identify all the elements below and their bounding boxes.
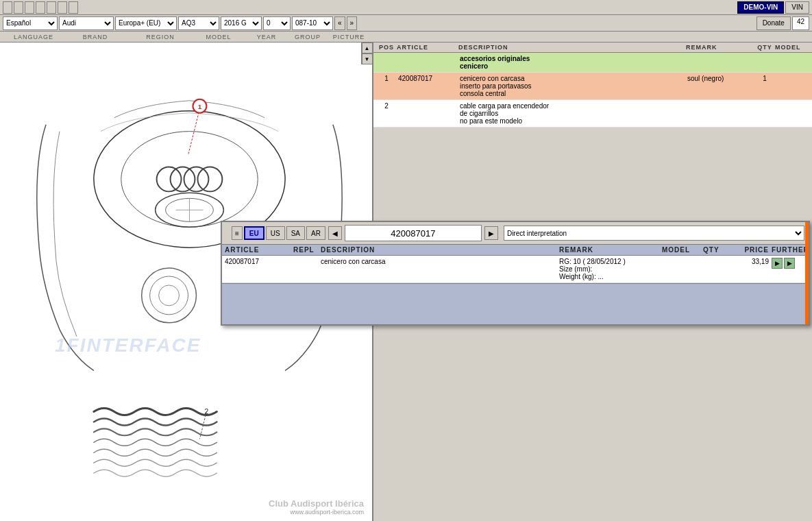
- popup-interpretation-dropdown[interactable]: Direct interpretation: [504, 226, 804, 241]
- brand-select[interactable]: Audi: [59, 16, 114, 30]
- popup-header-further: FURTHER: [772, 246, 806, 254]
- row1-model: [775, 74, 809, 75]
- row1-desc: cenicero con carcasa inserto para portav…: [458, 74, 686, 98]
- year-select[interactable]: 2016 G: [221, 16, 262, 30]
- popup-header: ≡ EU US SA AR ◀ ▶ Direct interpretation: [222, 222, 809, 245]
- popup-row1-price: 33,19: [730, 258, 772, 265]
- interpretation-select[interactable]: Direct interpretation: [504, 226, 804, 241]
- cat-remark: [686, 54, 754, 56]
- popup-region-ar[interactable]: AR: [306, 226, 325, 240]
- header-qty: QTY: [754, 44, 775, 51]
- row1-pos: 1: [376, 74, 397, 83]
- row2-remark: [686, 101, 754, 103]
- scroll-up-button[interactable]: ▲: [362, 43, 373, 53]
- parts-category-row[interactable]: accesorios originales cenicero: [373, 53, 812, 73]
- year-label: YEAR: [243, 34, 291, 40]
- row1-qty: 1: [754, 74, 775, 83]
- popup-row1-desc: cenicero con carcasa: [321, 258, 559, 265]
- popup-header-model: MODEL: [662, 246, 703, 254]
- row2-article: [397, 101, 458, 103]
- svg-text:1: 1: [198, 103, 202, 110]
- popup-region-us[interactable]: US: [266, 226, 285, 240]
- popup-table-header: ARTICLE REPL DESCRIPTION REMARK MODEL QT…: [222, 245, 809, 256]
- nav-next-button[interactable]: »: [347, 16, 358, 30]
- toolbar-btn-4[interactable]: [36, 1, 45, 14]
- header-article: ARTICLE: [397, 44, 458, 51]
- popup-row1-further: ▶ ▶: [772, 258, 806, 269]
- donate-button[interactable]: Donate: [756, 16, 791, 30]
- logo-sub: www.audisport-iberica.com: [269, 509, 364, 516]
- popup-row1-remark: RG: 10 ( 28/05/2012 ) Size (mm): Weight …: [559, 258, 662, 280]
- toolbar-btn-5[interactable]: [47, 1, 56, 14]
- header-description: DESCRIPTION: [458, 44, 686, 51]
- popup-prev-button[interactable]: ◀: [328, 226, 342, 240]
- scroll-down-button[interactable]: ▼: [362, 53, 373, 64]
- toolbar-btn-7[interactable]: [69, 1, 78, 14]
- language-select[interactable]: Español: [3, 16, 58, 30]
- row1-article: 420087017: [397, 74, 458, 83]
- group-select[interactable]: 0: [263, 16, 291, 30]
- logo-area: Club Audisport Ibérica www.audisport-ibe…: [269, 498, 364, 516]
- toolbar-btn-1[interactable]: [3, 1, 12, 14]
- model-select[interactable]: AQ3: [178, 16, 219, 30]
- nav-prev-button[interactable]: «: [334, 16, 345, 30]
- header-pos: POS: [376, 44, 397, 51]
- cat-qty: [754, 54, 775, 56]
- popup-article-input[interactable]: [345, 225, 482, 241]
- popup-region-eu[interactable]: EU: [244, 226, 264, 240]
- popup-header-price: PRICE: [730, 246, 772, 254]
- group-label: GROUP: [291, 34, 325, 40]
- count-display: 42: [792, 16, 809, 30]
- popup-region-sa[interactable]: SA: [286, 226, 305, 240]
- popup-header-repl: REPL: [293, 246, 321, 254]
- cat-desc: accesorios originales cenicero: [458, 54, 686, 71]
- popup-panel: ≡ EU US SA AR ◀ ▶ Direct interpretation …: [221, 221, 810, 326]
- popup-header-qty: QTY: [703, 246, 730, 254]
- model-label: MODEL: [195, 34, 243, 40]
- popup-region-buttons: ≡ EU US SA AR: [232, 226, 325, 240]
- row2-qty: [754, 101, 775, 103]
- parts-row-2[interactable]: 2 cable carga para encendedor de cigarri…: [373, 100, 812, 128]
- cat-pos: [376, 54, 397, 56]
- popup-bottom-area: [222, 283, 809, 324]
- diagram-scrollbar[interactable]: ▲ ▼: [361, 43, 372, 64]
- region-select[interactable]: Europa+ (EU): [115, 16, 177, 30]
- picture-select[interactable]: 087-10: [292, 16, 333, 30]
- picture-label: PICTURE: [325, 34, 373, 40]
- popup-table-body: 420087017 cenicero con carcasa RG: 10 ( …: [222, 256, 809, 283]
- parts-row-1[interactable]: 1 420087017 cenicero con carcasa inserto…: [373, 73, 812, 100]
- row2-desc: cable carga para encendedor de cigarrill…: [458, 101, 686, 125]
- demo-vin-button[interactable]: DEMO-VIN: [737, 1, 784, 14]
- svg-text:2: 2: [204, 407, 208, 415]
- logo-main: Club Audisport Ibérica: [269, 498, 364, 509]
- further-btn-2[interactable]: ▶: [784, 258, 795, 269]
- popup-header-article: ARTICLE: [225, 246, 293, 254]
- cat-model: [775, 54, 809, 56]
- row1-remark: soul (negro): [686, 74, 754, 83]
- row2-model: [775, 101, 809, 103]
- label-bar: LANGUAGE BRAND REGION MODEL YEAR GROUP P…: [0, 32, 812, 43]
- brand-label: BRAND: [64, 34, 126, 40]
- popup-next-button[interactable]: ▶: [484, 226, 498, 240]
- popup-row1-article: 420087017: [225, 258, 293, 265]
- language-label: LANGUAGE: [3, 34, 64, 40]
- top-toolbar: DEMO-VIN VIN: [0, 0, 812, 15]
- toolbar-btn-6[interactable]: [58, 1, 67, 14]
- cat-article: [397, 54, 458, 56]
- further-btn-1[interactable]: ▶: [772, 258, 783, 269]
- popup-header-desc: DESCRIPTION: [321, 246, 559, 254]
- toolbar-btn-2[interactable]: [14, 1, 23, 14]
- toolbar-btn-3[interactable]: [25, 1, 34, 14]
- popup-row-1[interactable]: 420087017 cenicero con carcasa RG: 10 ( …: [222, 256, 809, 283]
- row2-pos: 2: [376, 101, 397, 110]
- region-label: REGION: [126, 34, 195, 40]
- popup-header-remark: REMARK: [559, 246, 662, 254]
- popup-menu-button[interactable]: ≡: [232, 226, 243, 240]
- parts-table-header: POS ARTICLE DESCRIPTION REMARK QTY MODEL: [373, 43, 812, 53]
- filter-bar: Español Audi Europa+ (EU) AQ3 2016 G 0 0…: [0, 15, 812, 32]
- vin-button[interactable]: VIN: [785, 1, 809, 14]
- popup-edge-indicator: [805, 222, 809, 324]
- header-remark: REMARK: [686, 44, 754, 51]
- header-model: MODEL: [775, 44, 809, 51]
